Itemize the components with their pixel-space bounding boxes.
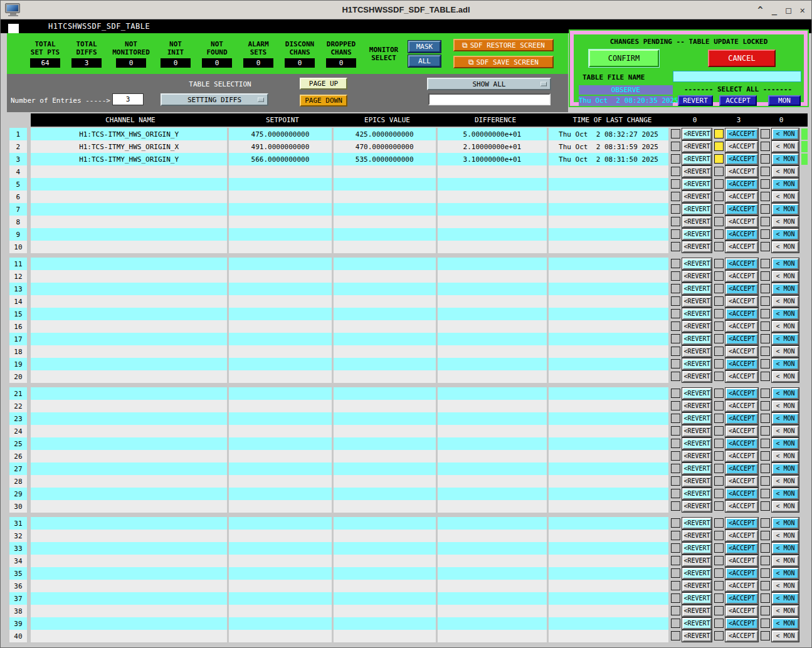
row-mon-button[interactable]: < MON xyxy=(772,630,799,642)
mon-checkbox[interactable] xyxy=(761,619,770,628)
accept-checkbox[interactable] xyxy=(714,334,724,343)
row-revert-button[interactable]: <REVERT xyxy=(682,593,712,604)
row-revert-button[interactable]: <REVERT xyxy=(682,166,712,177)
accept-checkbox[interactable] xyxy=(714,179,724,189)
minimize-icon[interactable]: _ xyxy=(772,6,777,14)
accept-checkbox[interactable] xyxy=(714,359,724,368)
row-accept-button[interactable]: <ACCEPT xyxy=(725,530,758,541)
row-mon-button[interactable]: < MON xyxy=(772,413,799,424)
revert-checkbox[interactable] xyxy=(671,204,680,214)
revert-checkbox[interactable] xyxy=(671,518,680,528)
mon-checkbox[interactable] xyxy=(761,543,770,553)
row-mon-button[interactable]: < MON xyxy=(772,204,799,215)
accept-checkbox[interactable] xyxy=(714,414,724,423)
revert-checkbox[interactable] xyxy=(671,217,680,226)
title-bar[interactable]: H1TCSHWSSDF_SDF_TABLE.adl ^ _ □ ✕ xyxy=(1,1,811,19)
mon-checkbox[interactable] xyxy=(761,334,770,343)
mon-checkbox[interactable] xyxy=(761,426,770,436)
row-revert-button[interactable]: <REVERT xyxy=(682,630,712,642)
row-accept-button[interactable]: <ACCEPT xyxy=(725,451,758,462)
revert-checkbox[interactable] xyxy=(671,531,680,540)
accept-checkbox[interactable] xyxy=(714,217,724,226)
mon-checkbox[interactable] xyxy=(761,229,770,239)
accept-checkbox[interactable] xyxy=(714,631,724,640)
mon-checkbox[interactable] xyxy=(761,296,770,306)
row-mon-button[interactable]: < MON xyxy=(772,568,799,579)
row-mon-button[interactable]: < MON xyxy=(772,296,799,307)
mon-checkbox[interactable] xyxy=(761,284,770,293)
row-mon-button[interactable]: < MON xyxy=(772,166,799,177)
mon-checkbox[interactable] xyxy=(761,476,770,486)
mon-checkbox[interactable] xyxy=(761,389,770,398)
row-revert-button[interactable]: <REVERT xyxy=(682,543,712,554)
revert-checkbox[interactable] xyxy=(671,606,680,615)
row-accept-button[interactable]: <ACCEPT xyxy=(725,296,758,307)
row-revert-button[interactable]: <REVERT xyxy=(682,258,712,269)
row-revert-button[interactable]: <REVERT xyxy=(682,128,712,140)
confirm-button[interactable]: CONFIRM xyxy=(589,50,659,67)
row-accept-button[interactable]: <ACCEPT xyxy=(725,333,758,345)
mon-checkbox[interactable] xyxy=(761,556,770,565)
row-mon-button[interactable]: < MON xyxy=(772,593,799,604)
revert-checkbox[interactable] xyxy=(671,284,680,293)
mon-checkbox[interactable] xyxy=(761,154,770,164)
accept-checkbox[interactable] xyxy=(714,593,724,603)
row-revert-button[interactable]: <REVERT xyxy=(682,555,712,567)
row-revert-button[interactable]: <REVERT xyxy=(682,179,712,190)
row-mon-button[interactable]: < MON xyxy=(772,371,799,382)
revert-checkbox[interactable] xyxy=(671,593,680,603)
shade-icon[interactable]: ^ xyxy=(757,6,762,14)
revert-checkbox[interactable] xyxy=(671,619,680,628)
row-accept-button[interactable]: <ACCEPT xyxy=(725,518,758,529)
row-accept-button[interactable]: <ACCEPT xyxy=(725,426,758,437)
accept-checkbox[interactable] xyxy=(714,389,724,398)
revert-checkbox[interactable] xyxy=(671,401,680,410)
mon-checkbox[interactable] xyxy=(761,531,770,540)
row-revert-button[interactable]: <REVERT xyxy=(682,191,712,202)
revert-checkbox[interactable] xyxy=(671,142,680,151)
mon-checkbox[interactable] xyxy=(761,372,770,381)
maximize-icon[interactable]: □ xyxy=(786,6,791,14)
row-revert-button[interactable]: <REVERT xyxy=(682,321,712,332)
row-accept-button[interactable]: <ACCEPT xyxy=(725,371,758,382)
row-mon-button[interactable]: < MON xyxy=(772,605,799,617)
row-revert-button[interactable]: <REVERT xyxy=(682,580,712,592)
row-mon-button[interactable]: < MON xyxy=(772,128,799,140)
row-revert-button[interactable]: <REVERT xyxy=(682,229,712,240)
mon-all-button[interactable]: MON xyxy=(768,95,801,106)
revert-checkbox[interactable] xyxy=(671,476,680,486)
accept-checkbox[interactable] xyxy=(714,531,724,540)
accept-checkbox[interactable] xyxy=(714,347,724,356)
revert-checkbox[interactable] xyxy=(671,259,680,268)
row-revert-button[interactable]: <REVERT xyxy=(682,488,712,499)
row-accept-button[interactable]: <ACCEPT xyxy=(725,593,758,604)
row-mon-button[interactable]: < MON xyxy=(772,216,799,227)
row-mon-button[interactable]: < MON xyxy=(772,580,799,592)
row-revert-button[interactable]: <REVERT xyxy=(682,271,712,282)
row-revert-button[interactable]: <REVERT xyxy=(682,283,712,295)
revert-checkbox[interactable] xyxy=(671,372,680,381)
revert-checkbox[interactable] xyxy=(671,296,680,306)
mon-checkbox[interactable] xyxy=(761,414,770,423)
mon-checkbox[interactable] xyxy=(761,242,770,251)
row-accept-button[interactable]: <ACCEPT xyxy=(725,321,758,332)
row-revert-button[interactable]: <REVERT xyxy=(682,141,712,152)
accept-all-button[interactable]: ACCEPT xyxy=(719,95,757,106)
row-revert-button[interactable]: <REVERT xyxy=(682,204,712,215)
row-mon-button[interactable]: < MON xyxy=(772,555,799,567)
row-revert-button[interactable]: <REVERT xyxy=(682,463,712,474)
accept-checkbox[interactable] xyxy=(714,284,724,293)
mon-checkbox[interactable] xyxy=(761,501,770,511)
row-accept-button[interactable]: <ACCEPT xyxy=(725,241,758,253)
row-mon-button[interactable]: < MON xyxy=(772,321,799,332)
revert-checkbox[interactable] xyxy=(671,179,680,189)
row-accept-button[interactable]: <ACCEPT xyxy=(725,463,758,474)
row-accept-button[interactable]: <ACCEPT xyxy=(725,166,758,177)
row-accept-button[interactable]: <ACCEPT xyxy=(725,216,758,227)
row-accept-button[interactable]: <ACCEPT xyxy=(725,580,758,592)
table-type-dropdown[interactable]: SETTING DIFFS xyxy=(161,93,268,106)
close-icon[interactable]: ✕ xyxy=(800,6,805,14)
row-mon-button[interactable]: < MON xyxy=(772,333,799,345)
mon-checkbox[interactable] xyxy=(761,359,770,368)
row-revert-button[interactable]: <REVERT xyxy=(682,426,712,437)
